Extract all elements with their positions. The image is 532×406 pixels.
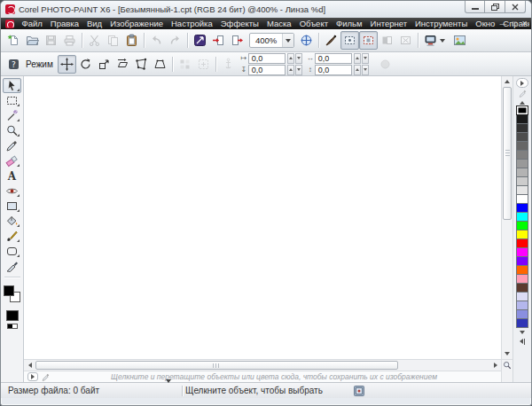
size-height-spinner[interactable] (353, 65, 369, 75)
rectangle-tool[interactable] (3, 199, 21, 214)
palette-flyout-button[interactable] (516, 78, 528, 88)
mode-rotate-button[interactable] (76, 55, 95, 74)
fill-tool[interactable] (3, 214, 21, 229)
scroll-left-button[interactable] (24, 360, 35, 371)
menu-item-effects[interactable]: Эффекты (216, 19, 262, 28)
show-object-marquee-button[interactable] (359, 31, 378, 50)
menu-item-internet[interactable]: Интернет (366, 19, 411, 28)
menu-item-image[interactable]: Изображение (106, 19, 168, 28)
cut-button (85, 31, 104, 50)
eraser-tool[interactable] (3, 153, 21, 168)
image-palette-flyout-button[interactable] (27, 372, 38, 381)
red-eye-removal-tool[interactable] (3, 183, 21, 199)
canvas[interactable] (24, 76, 501, 359)
scroll-down-button[interactable] (502, 348, 512, 359)
restore-button[interactable] (485, 1, 505, 13)
minimize-icon (472, 4, 479, 10)
vertical-scroll-thumb[interactable] (503, 87, 512, 220)
palette-swatch[interactable] (516, 318, 528, 328)
import-button[interactable] (209, 31, 228, 50)
text-tool[interactable]: A (3, 168, 21, 183)
eyedropper-tool[interactable] (3, 138, 21, 153)
zoom-combo-dropdown[interactable] (282, 34, 293, 47)
position-y-spinner[interactable] (286, 65, 302, 75)
proof-monitor-icon (424, 34, 437, 47)
clear-mask-icon (399, 34, 412, 47)
restore-icon (491, 4, 499, 11)
show-mask-marquee-button[interactable] (340, 31, 359, 50)
mode-position-button[interactable] (58, 55, 76, 74)
save-floppy-icon (44, 34, 58, 47)
palette-scroll-down-button[interactable] (513, 328, 531, 336)
menu-item-mask[interactable]: Маска (262, 19, 295, 28)
pick-tool[interactable] (3, 78, 21, 93)
fill-type-indicator[interactable] (7, 324, 18, 329)
size-height-field[interactable]: 0,0 (315, 65, 352, 75)
status-panel-dropdown[interactable] (166, 383, 171, 399)
connect-icon (193, 34, 207, 47)
open-button[interactable] (23, 31, 42, 50)
rectangle-mask-tool[interactable] (3, 93, 21, 108)
palette-expand-button[interactable] (520, 336, 526, 347)
search-content-button[interactable] (191, 31, 209, 50)
workspace: A Щелкните и перетащите объекты или цвет… (1, 76, 531, 382)
close-button[interactable] (505, 1, 526, 13)
position-x-icon: ↦ (239, 54, 248, 62)
palette-swatch[interactable] (516, 105, 528, 115)
magic-wand-mask-tool[interactable] (3, 108, 21, 123)
position-y-field[interactable]: 0,0 (248, 65, 286, 75)
vertical-scrollbar[interactable] (502, 87, 512, 348)
tool-shape-icon (5, 245, 19, 258)
shape-tool[interactable] (3, 244, 21, 259)
welcome-image-icon (453, 34, 466, 47)
position-x-spinner[interactable] (286, 53, 302, 64)
new-button[interactable] (4, 31, 23, 50)
full-screen-preview-button[interactable] (322, 31, 340, 50)
flyout-arrow-icon (31, 374, 35, 379)
menu-item-edit[interactable]: Правка (46, 19, 82, 28)
mode-skew-button[interactable] (113, 55, 132, 74)
scrollbar-corner (502, 371, 512, 382)
doc-close-icon[interactable]: ✕ (521, 20, 528, 27)
menu-item-movie[interactable]: Фильм (332, 19, 367, 28)
fill-color-swatch[interactable] (6, 310, 19, 321)
horizontal-scroll-thumb[interactable] (35, 361, 398, 370)
printer-icon (63, 34, 76, 47)
welcome-screen-button[interactable] (450, 31, 469, 50)
clear-mask-button (396, 31, 415, 50)
size-width-spinner[interactable] (353, 53, 369, 64)
position-x-field[interactable]: 0,0 (248, 53, 286, 64)
menu-item-adjust[interactable]: Настройка (167, 19, 216, 28)
menu-item-object[interactable]: Объект (295, 19, 332, 28)
status-divider (182, 386, 183, 396)
foreground-color-swatch[interactable] (4, 285, 14, 296)
status-tool-icon (354, 386, 364, 396)
size-width-field[interactable]: 0,0 (315, 53, 352, 64)
doc-minimize-icon[interactable]: — (499, 20, 506, 27)
mode-scale-button[interactable] (95, 55, 113, 74)
menu-item-tools[interactable]: Инструменты (411, 19, 472, 28)
menu-item-view[interactable]: Вид (82, 19, 106, 28)
paste-button[interactable] (122, 31, 141, 50)
help-button[interactable]: ? (4, 55, 23, 74)
paint-tool[interactable] (3, 229, 21, 244)
zoom-tool[interactable] (3, 123, 21, 138)
zoom-level-combo[interactable]: 400% (249, 33, 294, 48)
menu-item-file[interactable]: Файл (18, 19, 46, 28)
horizontal-scrollbar[interactable] (24, 359, 501, 371)
menu-item-window[interactable]: Окно (472, 19, 499, 28)
mode-perspective-button[interactable] (151, 55, 169, 74)
navigator-button[interactable] (502, 359, 512, 371)
proof-colors-button[interactable] (421, 31, 450, 50)
zoom-fit-button[interactable] (297, 31, 316, 50)
minimize-button[interactable] (465, 1, 485, 13)
scroll-right-button[interactable] (489, 360, 501, 371)
scroll-up-button[interactable] (502, 76, 512, 87)
mode-distort-button[interactable] (132, 55, 151, 74)
mode-position-icon (60, 58, 74, 71)
image-knife-tool[interactable] (3, 259, 21, 274)
pick-color-eyedropper-icon[interactable] (41, 372, 51, 382)
doc-restore-icon[interactable]: □ (512, 20, 516, 27)
export-button[interactable] (228, 31, 246, 50)
proof-colors-dropdown[interactable] (437, 32, 448, 49)
